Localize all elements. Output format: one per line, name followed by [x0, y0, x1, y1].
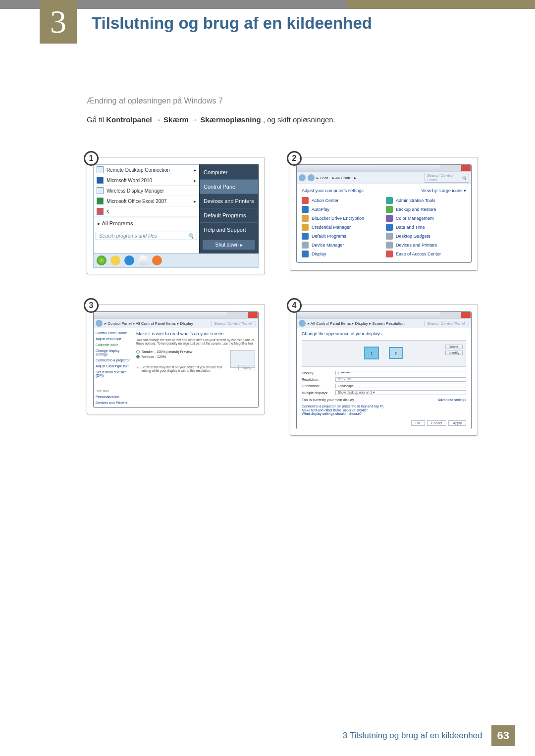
cp-item[interactable]: Desktop Gadgets: [386, 233, 466, 240]
label-resolution: Resolution:: [302, 378, 332, 381]
detect-button[interactable]: Detect: [445, 345, 463, 349]
warning-icon: ▲: [136, 365, 139, 372]
which-settings-link[interactable]: What display settings should I choose?: [302, 412, 466, 415]
control-panel-items: Action Center Administrative Tools AutoP…: [297, 197, 471, 262]
monitor-2-icon[interactable]: 2: [389, 347, 403, 359]
display-dropdown[interactable]: 1.********: [335, 371, 466, 375]
side-link[interactable]: Calibrate color: [96, 343, 131, 347]
close-button[interactable]: [461, 312, 471, 318]
label-multiple: Multiple displays:: [302, 391, 332, 395]
cp-item[interactable]: Credential Manager: [302, 224, 382, 231]
radio-medium[interactable]: Medium - 125%: [136, 355, 226, 358]
back-icon[interactable]: [299, 320, 306, 327]
monitor-1-icon[interactable]: 1: [364, 347, 379, 359]
all-programs[interactable]: ▸ All Programs: [94, 217, 199, 230]
min-button[interactable]: [440, 165, 450, 171]
label-orientation: Orientation:: [302, 384, 332, 388]
ie-icon[interactable]: [124, 255, 134, 265]
monitor-layout[interactable]: 1 2 Detect Identify: [302, 340, 466, 367]
side-link[interactable]: Personalization: [96, 395, 131, 399]
cancel-button[interactable]: Cancel: [427, 420, 447, 426]
breadcrumb[interactable]: ▸ Cont... ▸ All Conti... ▸: [317, 176, 423, 180]
close-button[interactable]: [461, 165, 471, 171]
right-item[interactable]: Default Programs: [200, 208, 258, 222]
menu-item[interactable]: Wireless Display Manager: [94, 186, 199, 196]
search-input[interactable]: Search Control Panel: [425, 321, 469, 326]
right-item[interactable]: Computer: [200, 165, 258, 179]
chapter-title: Tilslutning og brug af en kildeenhed: [92, 14, 372, 33]
tools-icon: [386, 197, 393, 204]
orientation-dropdown[interactable]: Landscape: [335, 384, 466, 388]
cp-item[interactable]: Administrative Tools: [386, 197, 466, 204]
warning-label: Some items may not fit on your screen if…: [141, 365, 226, 372]
credential-icon: [302, 224, 309, 231]
cp-item[interactable]: Display: [302, 251, 382, 257]
cp-item[interactable]: AutoPlay: [302, 206, 382, 213]
cp-item[interactable]: Devices and Printers: [386, 242, 466, 249]
shutdown-button[interactable]: Shut down ▸: [203, 240, 255, 250]
apply-button[interactable]: Apply: [238, 365, 255, 370]
explorer-icon[interactable]: [110, 255, 120, 265]
cp-item[interactable]: Ease of Access Center: [386, 251, 466, 257]
cp-item[interactable]: Device Manager: [302, 242, 382, 249]
max-button[interactable]: [450, 312, 460, 318]
side-link[interactable]: Control Panel Home: [96, 331, 131, 335]
cp-item[interactable]: Default Programs: [302, 233, 382, 240]
cp-item[interactable]: Backup and Restore: [386, 206, 466, 213]
menu-item[interactable]: Microsoft Word 2010▸: [94, 175, 199, 186]
address-bar: ▸ Cont... ▸ All Conti... ▸ Search Contro…: [297, 172, 471, 184]
wmp-icon[interactable]: [138, 255, 148, 265]
menu-item[interactable]: Microsoft Office Excel 2007▸: [94, 196, 199, 206]
cp-item[interactable]: Color Management: [386, 215, 466, 222]
start-menu-right: Computer Control Panel Devices and Print…: [199, 164, 259, 253]
search-input[interactable]: Search Control Panel🔍: [425, 173, 469, 183]
back-icon[interactable]: [96, 320, 103, 327]
cp-item[interactable]: Date and Time: [386, 224, 466, 231]
apply-button[interactable]: Apply: [448, 420, 466, 426]
menu-item[interactable]: s: [94, 206, 199, 217]
projector-link[interactable]: Connect to a projector (or press the ⊞ k…: [302, 404, 466, 408]
steps-grid: 1 Remote Desktop Connection▸ Microsoft W…: [87, 157, 490, 436]
search-input[interactable]: Search programs and files 🔍: [96, 232, 197, 240]
radio-smaller[interactable]: Smaller - 100% (default) Preview: [136, 350, 226, 353]
ok-button[interactable]: OK: [411, 420, 425, 426]
right-item[interactable]: Help and Support: [200, 222, 258, 237]
cp-item[interactable]: BitLocker Drive Encryption: [302, 215, 382, 222]
side-link[interactable]: Connect to a projector: [96, 358, 131, 362]
side-link[interactable]: Devices and Printers: [96, 401, 131, 404]
resolution-dropdown[interactable]: **** × ****: [335, 377, 466, 382]
back-icon[interactable]: [299, 174, 306, 181]
side-link[interactable]: Set custom text size (DPI): [96, 370, 131, 377]
side-link[interactable]: Adjust resolution: [96, 337, 131, 341]
cp-item[interactable]: Action Center: [302, 197, 382, 204]
close-button[interactable]: [248, 312, 258, 318]
identify-button[interactable]: Identify: [445, 351, 463, 355]
min-button[interactable]: [440, 312, 450, 318]
cp-label: BitLocker Drive Encryption: [312, 216, 364, 221]
multiple-dropdown[interactable]: Show desktop only on 1 ▾: [335, 390, 466, 395]
step-badge: 3: [84, 298, 99, 313]
forward-icon[interactable]: [308, 174, 315, 181]
app-icon: [97, 177, 104, 184]
side-link[interactable]: Change display settings: [96, 349, 131, 356]
app-icon[interactable]: [152, 255, 162, 265]
viewby-dropdown[interactable]: View by: Large icons ▾: [422, 188, 466, 193]
max-button[interactable]: [237, 312, 247, 318]
max-button[interactable]: [450, 165, 460, 171]
start-orb-icon[interactable]: [97, 255, 107, 265]
advanced-settings-link[interactable]: Advanced settings: [438, 398, 466, 402]
current-display-text: This is currently your main display.: [302, 398, 355, 402]
path-kontrolpanel: Kontrolpanel: [106, 115, 152, 124]
chapter-header: 3 Tilslutning og brug af en kildeenhed: [0, 0, 535, 50]
min-button[interactable]: [227, 312, 237, 318]
see-also-label: See also: [96, 389, 131, 393]
search-input[interactable]: Search Control Panel: [212, 321, 256, 326]
right-item[interactable]: Devices and Printers: [200, 194, 258, 208]
side-link[interactable]: Adjust ClearType text: [96, 364, 131, 368]
menu-label: Microsoft Word 2010: [107, 178, 152, 183]
breadcrumb[interactable]: ▸ All Control Panel Items ▸ Display ▸ Sc…: [308, 321, 423, 326]
menu-item[interactable]: Remote Desktop Connection▸: [94, 165, 199, 175]
text-size-link[interactable]: Make text and other items larger or smal…: [302, 408, 466, 412]
breadcrumb[interactable]: ▸ Control Panel ▸ All Control Panel Item…: [105, 321, 210, 326]
right-item-control-panel[interactable]: Control Panel: [200, 179, 258, 194]
